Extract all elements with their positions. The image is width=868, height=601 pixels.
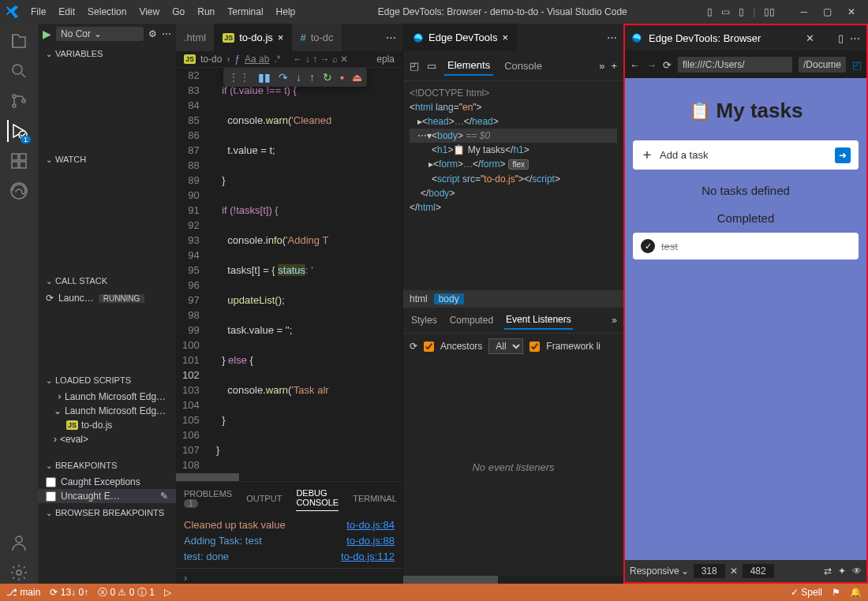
close-tab-icon[interactable]: ×: [502, 32, 508, 43]
disconnect-icon[interactable]: ⏏: [352, 71, 362, 84]
crumb-html[interactable]: html: [410, 293, 428, 304]
customize-layout-icon[interactable]: ▯▯: [761, 3, 778, 21]
settings-gear-icon[interactable]: [8, 562, 30, 584]
screenshot-icon[interactable]: ✦: [838, 566, 846, 577]
menu-selection[interactable]: Selection: [82, 3, 132, 21]
crumb-body[interactable]: body: [434, 293, 464, 304]
step-over-icon[interactable]: ↷: [279, 71, 288, 84]
source-link[interactable]: to-do.js:88: [346, 533, 395, 549]
restart-icon[interactable]: ↻: [323, 71, 332, 84]
subtab-computed[interactable]: Computed: [448, 312, 495, 329]
open-devtools-icon[interactable]: ◰: [852, 59, 862, 71]
url-segment[interactable]: /Docume: [799, 57, 846, 73]
search-icon[interactable]: [8, 60, 30, 82]
flex-badge[interactable]: flex: [508, 159, 529, 170]
submit-arrow-icon[interactable]: ➜: [835, 147, 851, 163]
source-link[interactable]: to-do.js:84: [346, 517, 395, 533]
step-out-icon[interactable]: ↑: [309, 71, 315, 84]
watch-header[interactable]: ⌄WATCH: [38, 150, 176, 169]
refresh-icon[interactable]: ⟳: [410, 341, 417, 352]
accounts-icon[interactable]: [8, 532, 30, 554]
more-tabs-icon[interactable]: »: [599, 60, 604, 72]
more-actions-icon[interactable]: ⋯: [162, 28, 171, 39]
debug-floating-toolbar[interactable]: ⋮⋮ ▮▮ ↷ ↓ ↑ ↻ ▪ ⏏: [223, 68, 367, 87]
source-link[interactable]: to-do.js:112: [341, 549, 395, 565]
more-icon[interactable]: ⋯: [607, 32, 617, 43]
step-into-icon[interactable]: ↓: [296, 71, 301, 84]
height-input[interactable]: [743, 564, 774, 578]
ancestors-checkbox[interactable]: [424, 342, 434, 352]
callstack-header[interactable]: ⌄CALL STACK: [38, 271, 176, 290]
edge-tools-icon[interactable]: [8, 180, 30, 202]
completed-task-item[interactable]: ✓ test: [633, 233, 859, 259]
console-input-prompt[interactable]: ›: [176, 568, 402, 587]
tab-elements[interactable]: Elements: [444, 56, 493, 76]
tab-edge-devtools[interactable]: Edge DevTools ×: [403, 24, 518, 51]
notifications-icon[interactable]: 🔔: [850, 587, 862, 598]
rotate-icon[interactable]: ⇄: [824, 566, 832, 577]
script-file[interactable]: JSto-do.js: [38, 418, 176, 432]
menu-help[interactable]: Help: [271, 3, 301, 21]
back-icon[interactable]: ←: [630, 59, 640, 71]
dom-tree[interactable]: <!DOCTYPE html> <html lang="en"> ▸<head>…: [403, 81, 623, 290]
tab-todo-css[interactable]: #to-dc: [292, 24, 342, 51]
close-tab-icon[interactable]: ×: [278, 32, 284, 43]
add-tab-icon[interactable]: +: [611, 60, 617, 72]
browser-viewport[interactable]: 📋 My tasks ＋ Add a task ➜ No tasks defin…: [625, 78, 866, 560]
config-gear-icon[interactable]: ⚙: [148, 28, 157, 39]
debug-target-icon[interactable]: ▷: [164, 587, 171, 598]
more-subtabs-icon[interactable]: »: [612, 315, 617, 326]
inspect-icon[interactable]: ◰: [410, 60, 419, 72]
menu-view[interactable]: View: [133, 3, 165, 21]
eye-icon[interactable]: 👁: [852, 566, 862, 577]
edit-pencil-icon[interactable]: ✎: [160, 491, 168, 502]
split-editor-icon[interactable]: ▯: [838, 32, 844, 44]
breadcrumb-symbol[interactable]: epla: [376, 54, 395, 65]
minimize-button[interactable]: ─: [794, 3, 814, 21]
scrollbar-thumb[interactable]: [176, 473, 239, 481]
spell-status[interactable]: ✓ Spell: [791, 587, 822, 598]
dom-breadcrumb[interactable]: html body: [403, 290, 623, 308]
close-window-button[interactable]: ✕: [841, 3, 862, 21]
breadcrumb-file[interactable]: to-do: [200, 54, 222, 65]
maximize-button[interactable]: ▢: [817, 3, 838, 21]
toggle-primary-sidebar-icon[interactable]: ▯: [704, 3, 716, 21]
width-input[interactable]: [694, 564, 725, 578]
devtools-scrollbar-h[interactable]: [403, 576, 623, 584]
toggle-panel-icon[interactable]: ▭: [718, 3, 733, 21]
stop-icon[interactable]: ▪: [340, 71, 344, 84]
menu-run[interactable]: Run: [192, 3, 220, 21]
tab-html[interactable]: .html: [176, 24, 215, 51]
subtab-styles[interactable]: Styles: [410, 312, 439, 329]
listener-scope-select[interactable]: All: [488, 338, 523, 354]
menu-edit[interactable]: Edit: [53, 3, 80, 21]
device-dropdown[interactable]: Responsive⌄: [630, 566, 689, 577]
drag-handle-icon[interactable]: ⋮⋮: [228, 71, 250, 84]
tab-debug-console[interactable]: DEBUG CONSOLE: [296, 485, 339, 511]
url-bar[interactable]: file:///C:/Users/: [678, 57, 792, 73]
scrollbar-thumb[interactable]: [403, 576, 498, 584]
errors-status[interactable]: ⓧ 0 ⚠ 0 ⓘ 1: [98, 586, 155, 599]
run-debug-icon[interactable]: 1: [7, 120, 29, 142]
tab-todo-js[interactable]: JSto-do.js×: [215, 24, 292, 51]
toggle-secondary-sidebar-icon[interactable]: ▯: [735, 3, 747, 21]
source-control-icon[interactable]: [8, 90, 30, 112]
checkmark-icon[interactable]: ✓: [641, 239, 655, 253]
device-toolbar-icon[interactable]: ▭: [427, 60, 436, 72]
code-content[interactable]: if (t.value !== t) { console.warn('Clean…: [211, 68, 339, 473]
breakpoints-header[interactable]: ⌄BREAKPOINTS: [38, 456, 176, 475]
start-debug-icon[interactable]: ▶: [43, 28, 51, 40]
framework-checkbox[interactable]: [529, 342, 540, 352]
forward-icon[interactable]: →: [646, 59, 657, 71]
pause-icon[interactable]: ▮▮: [258, 71, 271, 84]
breadcrumb[interactable]: JS to-do › ƒ Aa ab .* ← ↓ ↑ → ⌕ ✕ epla: [176, 51, 402, 68]
reload-icon[interactable]: ⟳: [663, 59, 672, 71]
script-folder[interactable]: ⌄Launch Microsoft Edg…: [38, 404, 176, 418]
menu-file[interactable]: File: [25, 3, 51, 21]
loaded-scripts-header[interactable]: ⌄LOADED SCRIPTS: [38, 371, 176, 390]
tab-output[interactable]: OUTPUT: [246, 491, 282, 506]
close-tab-icon[interactable]: ✕: [806, 32, 814, 44]
browser-breakpoints-header[interactable]: ⌄BROWSER BREAKPOINTS: [38, 503, 176, 522]
code-editor[interactable]: ⋮⋮ ▮▮ ↷ ↓ ↑ ↻ ▪ ⏏ 8283848586878889909192…: [176, 68, 402, 473]
uncaught-exceptions-checkbox[interactable]: Uncaught E…✎: [38, 489, 176, 503]
